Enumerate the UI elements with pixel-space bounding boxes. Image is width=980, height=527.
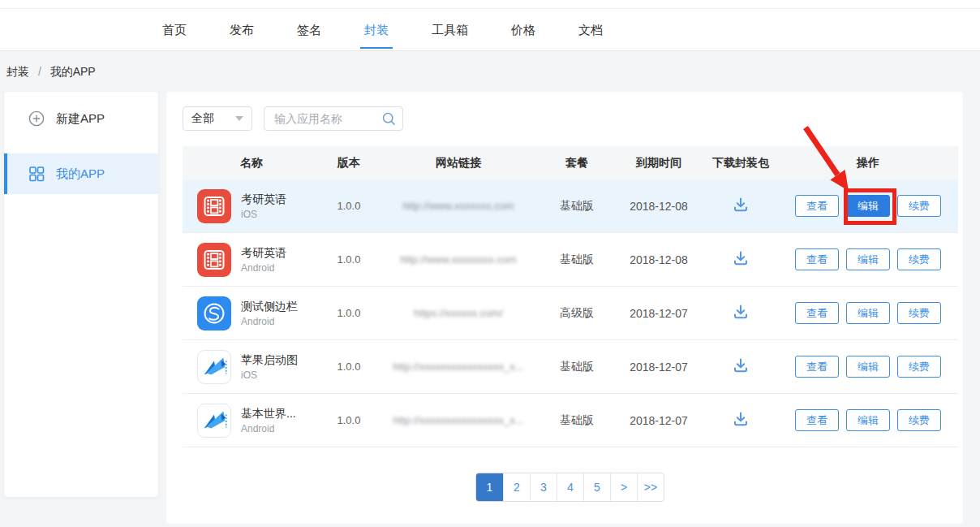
origami-bird-app-icon [197, 350, 231, 384]
sidebar-item-new-app[interactable]: 新建APP [4, 98, 158, 139]
app-name: 考研英语 [241, 192, 286, 207]
download-icon[interactable] [732, 356, 750, 374]
annotation-highlight-box [844, 188, 896, 225]
renew-button[interactable]: 续费 [897, 409, 941, 431]
app-name: 基本世界... [241, 407, 296, 421]
main-nav: 首页 发布 签名 封装 工具箱 价格 文档 [0, 9, 980, 51]
nav-publish[interactable]: 发布 [228, 18, 256, 43]
category-select-value: 全部 [191, 111, 214, 126]
renew-button[interactable]: 续费 [897, 195, 941, 217]
sidebar-item-my-app[interactable]: 我的APP [4, 153, 158, 194]
page-button-5[interactable]: 5 [583, 473, 610, 501]
renew-button[interactable]: 续费 [897, 248, 941, 270]
col-header-plan: 套餐 [539, 156, 614, 171]
app-platform: Android [241, 262, 286, 274]
page-button-3[interactable]: 3 [530, 473, 557, 501]
app-url-blurred: http://xxxxxxxxxxxxxxxx_x... [377, 361, 539, 373]
table-row: 考研英语 iOS 1.0.0 http://www.xxxxxxx.com 基础… [183, 179, 958, 233]
nav-home[interactable]: 首页 [161, 18, 188, 43]
nav-docs[interactable]: 文档 [577, 18, 604, 43]
film-app-icon [197, 189, 231, 223]
plus-circle-icon [28, 110, 45, 127]
breadcrumb: 封装 / 我的APP [6, 65, 96, 80]
app-platform: iOS [241, 369, 298, 381]
origami-bird-app-icon [197, 404, 231, 438]
app-version: 1.0.0 [320, 361, 377, 373]
next-page-button[interactable]: > [610, 473, 637, 501]
main-panel: 全部 名称 版本 网站链接 套餐 到期时间 下载封装包 操作 [166, 92, 963, 524]
view-button[interactable]: 查看 [795, 248, 839, 270]
app-plan: 基础版 [539, 360, 614, 374]
grid-icon [28, 165, 45, 183]
view-button[interactable]: 查看 [795, 195, 839, 217]
apps-table: 名称 版本 网站链接 套餐 到期时间 下载封装包 操作 [183, 146, 958, 447]
s-swirl-app-icon [197, 296, 231, 330]
breadcrumb-separator: / [38, 65, 41, 78]
nav-signature[interactable]: 签名 [295, 18, 323, 43]
app-plan: 基础版 [539, 199, 614, 214]
sidebar-item-label: 新建APP [56, 111, 105, 127]
app-platform: iOS [241, 209, 286, 220]
app-expiry: 2018-12-08 [614, 253, 703, 266]
breadcrumb-section[interactable]: 封装 [6, 65, 29, 78]
app-url-blurred: http://xxxxxxxxxxxxxxxx_x... [377, 414, 539, 426]
download-icon[interactable] [732, 196, 750, 214]
app-name: 测试侧边栏 [241, 300, 298, 314]
app-expiry: 2018-12-07 [614, 307, 703, 320]
col-header-download: 下载封装包 [703, 156, 778, 171]
table-row: 测试侧边栏 Android 1.0.0 https://xxxxxx.com/ … [183, 287, 958, 340]
download-icon[interactable] [732, 410, 750, 428]
nav-package[interactable]: 封装 [363, 18, 390, 43]
page-button-1[interactable]: 1 [476, 473, 503, 501]
app-url-blurred: http://www.xxxxxxxx.com [377, 253, 539, 266]
sidebar-item-label: 我的APP [56, 166, 105, 182]
edit-button[interactable]: 编辑 [846, 248, 890, 270]
nav-price[interactable]: 价格 [509, 18, 537, 43]
view-button[interactable]: 查看 [795, 409, 839, 431]
download-icon[interactable] [732, 249, 750, 267]
col-header-url: 网站链接 [377, 156, 539, 171]
app-expiry: 2018-12-08 [614, 200, 703, 213]
chevron-down-icon [235, 116, 243, 121]
renew-button[interactable]: 续费 [897, 302, 941, 324]
breadcrumb-current: 我的APP [50, 65, 96, 78]
top-divider [0, 8, 980, 9]
app-url-blurred: https://xxxxxx.com/ [377, 307, 539, 319]
edit-button[interactable]: 编辑 [846, 409, 890, 431]
table-row: 苹果启动图 iOS 1.0.0 http://xxxxxxxxxxxxxxxx_… [183, 340, 958, 394]
table-row: 基本世界... Android 1.0.0 http://xxxxxxxxxxx… [183, 394, 958, 447]
app-expiry: 2018-12-07 [614, 361, 703, 374]
app-url-blurred: http://www.xxxxxxx.com [377, 200, 539, 212]
app-name: 考研英语 [241, 246, 286, 261]
col-header-name: 名称 [183, 156, 320, 171]
search-icon[interactable] [381, 111, 397, 127]
page-button-2[interactable]: 2 [503, 473, 530, 501]
app-window: 首页 发布 签名 封装 工具箱 价格 文档 封装 / 我的APP 新建APP [0, 0, 980, 527]
page-button-4[interactable]: 4 [557, 473, 583, 501]
search-box [264, 106, 403, 131]
category-select[interactable]: 全部 [183, 106, 252, 131]
app-name: 苹果启动图 [241, 353, 298, 368]
filter-bar: 全部 [183, 106, 403, 131]
film-app-icon [197, 243, 231, 277]
app-platform: Android [241, 423, 296, 434]
nav-toolbox[interactable]: 工具箱 [430, 18, 470, 43]
col-header-expiry: 到期时间 [614, 156, 703, 171]
app-version: 1.0.0 [320, 307, 377, 319]
view-button[interactable]: 查看 [795, 356, 839, 378]
renew-button[interactable]: 续费 [897, 356, 941, 378]
view-button[interactable]: 查看 [795, 302, 839, 324]
last-page-button[interactable]: >> [637, 473, 664, 501]
app-plan: 基础版 [539, 413, 614, 428]
app-version: 1.0.0 [320, 200, 377, 212]
edit-button[interactable]: 编辑 [846, 356, 890, 378]
app-plan: 高级版 [539, 306, 614, 321]
sidebar: 新建APP 我的APP [4, 92, 158, 497]
col-header-version: 版本 [320, 156, 377, 171]
app-expiry: 2018-12-07 [614, 414, 703, 427]
table-row: 考研英语 Android 1.0.0 http://www.xxxxxxxx.c… [183, 233, 958, 287]
table-header-row: 名称 版本 网站链接 套餐 到期时间 下载封装包 操作 [183, 146, 958, 179]
edit-button[interactable]: 编辑 [846, 302, 890, 324]
app-platform: Android [241, 316, 298, 327]
download-icon[interactable] [732, 303, 750, 321]
